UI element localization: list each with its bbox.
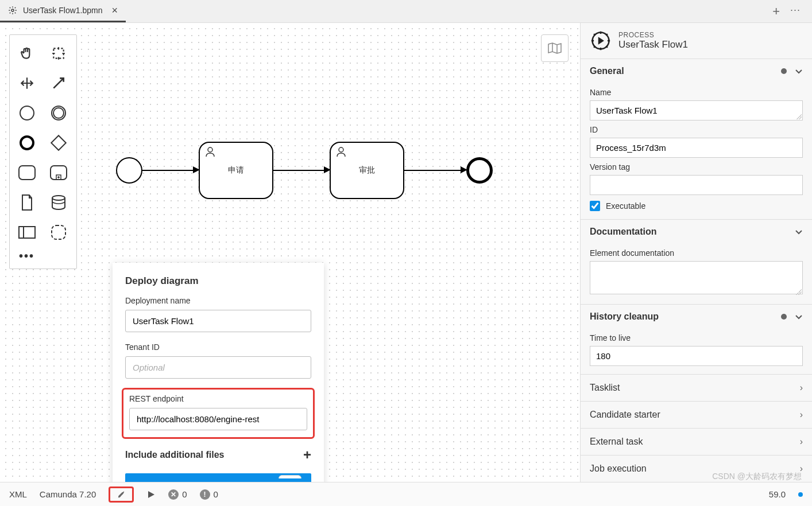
gateway-tool[interactable] — [45, 130, 72, 155]
svg-point-2 — [20, 106, 34, 120]
deploy-title: Deploy diagram — [125, 275, 311, 287]
start-event[interactable] — [116, 157, 142, 184]
intermediate-event-tool[interactable] — [45, 100, 72, 126]
executable-label: Executable — [606, 201, 645, 211]
play-icon — [146, 490, 156, 499]
name-input[interactable] — [590, 100, 803, 120]
add-tab-icon[interactable]: + — [772, 4, 780, 19]
section-documentation-header[interactable]: Documentation — [581, 220, 812, 244]
warning-icon: ! — [200, 489, 210, 500]
executable-checkbox[interactable] — [590, 201, 600, 211]
tool-palette: ••• — [9, 34, 77, 269]
id-label: ID — [590, 125, 803, 134]
engine-version[interactable]: Camunda 7.20 — [40, 489, 96, 499]
panel-title: UserTask Flow1 — [618, 39, 688, 50]
lasso-tool[interactable] — [45, 41, 72, 66]
id-input[interactable] — [590, 138, 803, 158]
tab-title: UserTask Flow1.bpmn — [23, 6, 103, 15]
deploy-shortcut-highlight[interactable] — [109, 486, 134, 503]
deployment-name-input[interactable] — [125, 310, 311, 332]
section-job-execution[interactable]: Job execution› — [581, 455, 812, 482]
svg-point-5 — [21, 137, 33, 149]
task-label: 审批 — [359, 165, 375, 176]
section-tasklist[interactable]: Tasklist› — [581, 374, 812, 401]
task-tool[interactable] — [13, 160, 41, 185]
svg-point-10 — [52, 196, 65, 200]
subprocess-tool[interactable] — [45, 160, 72, 185]
rest-endpoint-input[interactable] — [129, 408, 307, 430]
svg-rect-7 — [19, 166, 35, 180]
ttl-label: Time to live — [590, 333, 803, 342]
group-tool[interactable] — [45, 220, 72, 245]
data-object-tool[interactable] — [13, 190, 41, 215]
chevron-right-icon: › — [800, 410, 803, 420]
task-label: 申请 — [228, 165, 244, 176]
space-tool[interactable] — [13, 71, 41, 96]
warning-count[interactable]: !0 — [200, 489, 218, 500]
deploy-dialog: Deploy diagram Deployment name Tenant ID… — [113, 263, 324, 506]
svg-rect-11 — [19, 227, 35, 238]
svg-rect-6 — [51, 135, 65, 150]
zoom-level[interactable]: 59.0 — [769, 489, 786, 499]
play-button[interactable] — [146, 490, 156, 499]
tenant-id-label: Tenant ID — [125, 342, 311, 352]
file-tab[interactable]: UserTask Flow1.bpmn × — [0, 0, 126, 22]
start-event-tool[interactable] — [13, 100, 41, 126]
properties-panel: PROCESS UserTask Flow1 General Name ID V… — [580, 23, 812, 482]
deployment-name-label: Deployment name — [125, 296, 311, 305]
ttl-input[interactable] — [590, 346, 803, 366]
svg-point-0 — [11, 9, 14, 11]
user-icon — [335, 146, 347, 158]
end-event-tool[interactable] — [13, 130, 41, 155]
chevron-down-icon — [795, 228, 803, 236]
section-history-header[interactable]: History cleanup — [581, 305, 812, 329]
chevron-down-icon — [795, 313, 803, 321]
minimap-toggle[interactable] — [541, 34, 569, 62]
svg-point-15 — [339, 147, 343, 152]
chevron-right-icon: › — [800, 383, 803, 393]
rocket-icon — [116, 489, 126, 500]
svg-rect-1 — [53, 48, 63, 58]
element-doc-label: Element documentation — [590, 248, 803, 258]
tenant-id-input[interactable] — [125, 356, 311, 379]
name-label: Name — [590, 88, 803, 97]
tab-menu-icon[interactable]: ··· — [790, 4, 801, 19]
dot-indicator-icon — [781, 314, 787, 320]
chevron-down-icon — [795, 67, 803, 75]
user-task-apply[interactable]: 申请 — [199, 142, 273, 199]
process-icon — [591, 31, 610, 50]
svg-point-4 — [53, 108, 64, 118]
element-doc-input[interactable] — [590, 261, 803, 294]
panel-drag-handle[interactable] — [279, 475, 301, 478]
status-bar: XML Camunda 7.20 ✕0 !0 59.0 — [0, 482, 812, 506]
connect-tool[interactable] — [45, 71, 72, 96]
error-icon: ✕ — [168, 489, 179, 500]
dot-indicator-icon — [781, 68, 787, 74]
svg-rect-13 — [52, 225, 65, 239]
rest-endpoint-highlight: REST endpoint — [122, 388, 315, 439]
user-task-approve[interactable]: 审批 — [330, 142, 404, 199]
section-candidate-starter[interactable]: Candidate starter› — [581, 401, 812, 428]
end-event[interactable] — [466, 157, 493, 184]
user-icon — [204, 146, 216, 158]
canvas[interactable]: ••• 申请 审批 Deploy diagram Deployment name — [0, 23, 580, 482]
pool-tool[interactable] — [13, 220, 41, 245]
add-file-icon[interactable]: + — [303, 447, 311, 463]
close-icon[interactable]: × — [112, 5, 118, 17]
sequence-flow[interactable] — [404, 170, 465, 171]
sequence-flow[interactable] — [273, 170, 328, 171]
section-external-task[interactable]: External task› — [581, 428, 812, 455]
hand-tool[interactable] — [13, 41, 41, 66]
xml-toggle[interactable]: XML — [9, 489, 27, 499]
rest-endpoint-label: REST endpoint — [129, 394, 307, 403]
version-tag-input[interactable] — [590, 175, 803, 195]
panel-caption: PROCESS — [618, 31, 688, 39]
data-store-tool[interactable] — [45, 190, 72, 215]
error-count[interactable]: ✕0 — [168, 489, 187, 500]
sequence-flow[interactable] — [142, 170, 198, 171]
more-tools[interactable]: ••• — [13, 250, 73, 263]
section-general-header[interactable]: General — [581, 59, 812, 83]
svg-point-14 — [208, 147, 212, 152]
map-icon — [547, 42, 562, 55]
gear-icon — [8, 6, 17, 15]
